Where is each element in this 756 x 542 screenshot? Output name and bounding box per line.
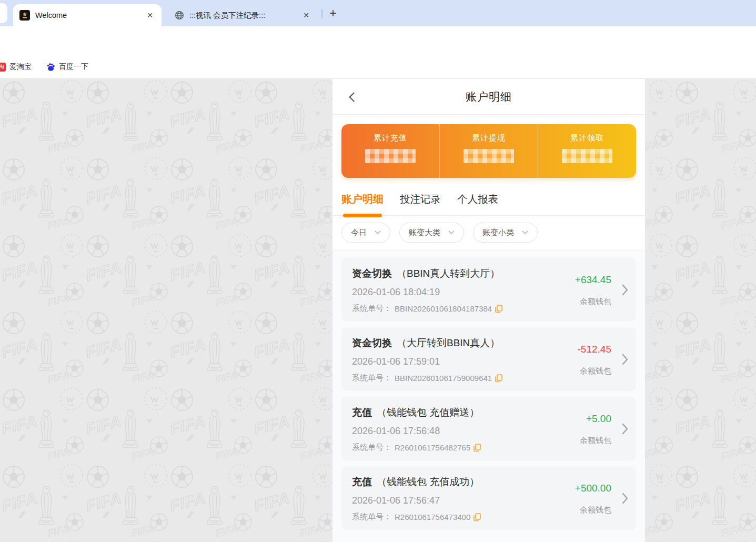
record-title: 充值（钱能钱包 充值赠送）	[352, 406, 481, 419]
record-title: 资金切换（BBIN真人转到大厅）	[352, 267, 502, 280]
order-number: R2601061756482765	[395, 443, 470, 452]
record-wallet: 余额钱包	[580, 366, 611, 376]
chevron-right-icon[interactable]	[622, 423, 628, 435]
partial-tab-stub	[0, 3, 7, 23]
copy-icon[interactable]	[495, 374, 502, 383]
summary-column: 累计充值	[341, 124, 439, 178]
record-time: 2026-01-06 17:56:48	[352, 426, 481, 437]
filter-dropdown[interactable]: 今日	[341, 223, 390, 243]
copy-icon[interactable]	[495, 305, 502, 313]
record-detail: （大厅转到BBIN真人）	[397, 337, 500, 348]
filter-label: 账变大类	[409, 228, 440, 238]
record-amount-block: -512.45 余额钱包	[578, 336, 611, 383]
record-wallet: 余额钱包	[580, 505, 611, 515]
record-title: 充值（钱能钱包 充值成功）	[352, 475, 481, 489]
report-tab-label: 投注记录	[400, 193, 441, 205]
report-tab[interactable]: 账户明细	[341, 192, 384, 215]
order-number: R2601061756473400	[395, 513, 470, 521]
summary-column: 累计领取	[538, 124, 636, 178]
chevron-right-icon[interactable]	[622, 493, 628, 504]
taobao-icon: 淘	[0, 63, 6, 72]
record-amount: +5.00	[586, 413, 611, 425]
browser-toolbar: ld48.com/reports/index?tab=0	[0, 26, 756, 55]
report-tab[interactable]: 投注记录	[400, 192, 441, 215]
record-order-row: 系统单号： R2601061756473400	[352, 512, 481, 522]
record-type: 资金切换	[352, 337, 392, 348]
tab-title: :::视讯 会员下注纪录:::	[189, 11, 296, 21]
record-info: 充值（钱能钱包 充值成功） 2026-01-06 17:56:47 系统单号： …	[352, 475, 481, 522]
globe-icon	[175, 11, 184, 20]
back-chevron-icon[interactable]	[349, 92, 358, 102]
record-type: 充值	[352, 476, 372, 487]
summary-column: 累计提现	[439, 124, 538, 178]
site-favicon	[19, 10, 30, 21]
record-wallet: 余额钱包	[580, 436, 611, 446]
record-card[interactable]: 资金切换（大厅转到BBIN真人） 2026-01-06 17:59:01 系统单…	[341, 327, 636, 391]
record-detail: （钱能钱包 充值赠送）	[377, 407, 479, 418]
summary-card: 累计充值 累计提现 累计领取	[341, 124, 636, 178]
chevron-down-icon	[448, 230, 455, 235]
order-label: 系统单号：	[352, 373, 391, 383]
record-info: 资金切换（大厅转到BBIN真人） 2026-01-06 17:59:01 系统单…	[352, 336, 502, 383]
record-amount-block: +5.00 余额钱包	[580, 406, 611, 453]
new-tab-button[interactable]: +	[326, 6, 340, 20]
record-card[interactable]: 充值（钱能钱包 充值成功） 2026-01-06 17:56:47 系统单号： …	[341, 466, 636, 530]
censored-value-blur	[365, 149, 416, 163]
summary-label: 累计充值	[341, 133, 439, 143]
order-number: BBIN202601061759009641	[395, 374, 492, 383]
summary-label: 累计提现	[440, 133, 538, 143]
record-time: 2026-01-06 18:04:19	[352, 287, 502, 298]
filter-label: 账变小类	[482, 228, 514, 238]
filter-label: 今日	[351, 228, 367, 238]
record-card[interactable]: 资金切换（BBIN真人转到大厅） 2026-01-06 18:04:19 系统单…	[341, 258, 636, 322]
bookmark-label: 百度一下	[59, 62, 88, 72]
bookmark-label: 爱淘宝	[9, 62, 32, 72]
close-tab-icon[interactable]: ✕	[301, 10, 311, 21]
censored-value-blur	[463, 149, 514, 163]
bookmark-aitaobao[interactable]: 淘 爱淘宝	[0, 62, 32, 72]
record-time: 2026-01-06 17:56:47	[352, 495, 481, 506]
report-tabs-bar: 账户明细 投注记录 个人报表	[332, 192, 645, 216]
report-tab-label: 个人报表	[457, 193, 498, 205]
browser-tab-strip: Welcome ✕ :::视讯 会员下注纪录::: ✕ +	[0, 0, 756, 26]
record-detail: （钱能钱包 充值成功）	[377, 476, 479, 487]
page-viewport: FIFA 账户明细 累计充值	[0, 79, 756, 542]
page-header: 账户明细	[332, 79, 645, 115]
order-number: BBIN202601061804187384	[395, 304, 492, 313]
record-order-row: 系统单号： BBIN202601061759009641	[352, 373, 502, 383]
copy-icon[interactable]	[473, 513, 481, 521]
page-title: 账户明细	[466, 89, 512, 104]
close-tab-icon[interactable]: ✕	[145, 10, 155, 21]
record-wallet: 余额钱包	[580, 297, 611, 307]
record-type: 充值	[352, 407, 372, 418]
record-time: 2026-01-06 17:59:01	[352, 356, 502, 367]
report-tab-label: 账户明细	[341, 193, 384, 205]
record-amount-block: +500.00 余额钱包	[575, 475, 611, 522]
record-card[interactable]: 充值（钱能钱包 充值赠送） 2026-01-06 17:56:48 系统单号： …	[341, 397, 636, 460]
record-title: 资金切换（大厅转到BBIN真人）	[352, 336, 502, 350]
bookmark-baidu[interactable]: 百度一下	[46, 62, 88, 72]
chevron-right-icon[interactable]	[622, 284, 628, 296]
record-info: 充值（钱能钱包 充值赠送） 2026-01-06 17:56:48 系统单号： …	[352, 406, 481, 453]
filter-dropdown[interactable]: 账变小类	[473, 223, 538, 243]
record-info: 资金切换（BBIN真人转到大厅） 2026-01-06 18:04:19 系统单…	[352, 267, 502, 314]
order-label: 系统单号：	[352, 443, 391, 453]
record-order-row: 系统单号： BBIN202601061804187384	[352, 304, 502, 314]
record-order-row: 系统单号： R2601061756482765	[352, 443, 481, 453]
record-amount-block: +634.45 余额钱包	[575, 267, 611, 314]
record-amount: +634.45	[575, 274, 611, 286]
order-label: 系统单号：	[352, 304, 391, 314]
browser-tab-welcome[interactable]: Welcome ✕	[13, 4, 162, 26]
record-type: 资金切换	[352, 268, 392, 279]
filter-dropdown[interactable]: 账变大类	[399, 223, 464, 243]
tab-title: Welcome	[35, 11, 139, 19]
chevron-down-icon	[375, 230, 381, 235]
browser-tab-betting-records[interactable]: :::视讯 会员下注纪录::: ✕	[168, 4, 318, 26]
chevron-down-icon	[522, 230, 528, 235]
account-detail-panel: 账户明细 累计充值 累计提现 累计领取	[332, 79, 645, 542]
report-tab[interactable]: 个人报表	[457, 192, 498, 215]
censored-value-blur	[562, 149, 612, 163]
bookmarks-bar: 淘 爱淘宝 百度一下	[0, 55, 756, 79]
chevron-right-icon[interactable]	[622, 354, 628, 365]
copy-icon[interactable]	[473, 444, 481, 452]
